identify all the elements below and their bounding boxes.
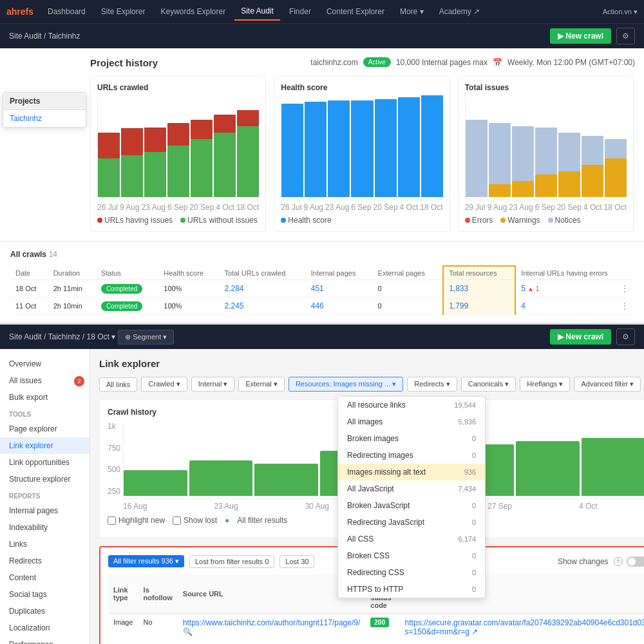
sidebar-item-bulk-export[interactable]: Bulk export <box>0 389 90 406</box>
filter-internal[interactable]: Internal ▾ <box>191 377 235 392</box>
sidebar-item-link-opportunities[interactable]: Link opportunities <box>0 454 90 471</box>
row-menu-icon[interactable]: ⋮ <box>621 284 629 293</box>
row2-date: 11 Oct <box>10 298 48 315</box>
sidebar-item-duplicates[interactable]: Duplicates <box>0 603 90 620</box>
all-issues-badge: 2 <box>74 376 84 386</box>
total-issues-chart: Total issues 29 Jul9 Aug23 Aug6 Sep20 Se… <box>458 76 634 232</box>
urls-crawled-bars <box>97 97 259 200</box>
sidebar-item-content[interactable]: Content <box>0 569 90 586</box>
dropdown-images-missing-alt[interactable]: Images missing alt text 936 <box>338 464 485 480</box>
sidebar-item-link-explorer[interactable]: Link explorer <box>0 437 90 454</box>
lost-30-tag[interactable]: Lost 30 <box>279 555 314 568</box>
row1-link-type: Image <box>108 614 138 644</box>
show-lost-label[interactable]: Show lost <box>173 516 217 525</box>
row1-health: 100% <box>158 280 219 298</box>
sidebar-item-all-issues[interactable]: All issues 2 <box>0 372 90 389</box>
dropdown-broken-javascript[interactable]: Broken JavaScript 0 <box>338 497 485 514</box>
row1-total-urls: 2,284 <box>220 280 306 298</box>
main-area: Overview All issues 2 Bulk export Tools … <box>0 349 644 644</box>
projects-panel: Projects Taichinhz <box>3 92 86 128</box>
dropdown-https-to-http[interactable]: HTTPS to HTTP 0 <box>338 581 485 598</box>
row-menu-icon[interactable]: ⋮ <box>621 301 629 310</box>
audit-path-2: Site Audit / Taichinhz / 18 Oct ▾ <box>9 332 115 341</box>
nav-site-explorer[interactable]: Site Explorer <box>95 3 152 20</box>
col-total-urls: Total URLs crawled <box>220 266 306 280</box>
resources-dropdown: All resource links 19,544 All images 5,9… <box>337 396 486 598</box>
highlight-new-label[interactable]: Highlight new <box>108 516 165 525</box>
info-icon: ? <box>614 557 623 566</box>
sidebar-item-page-explorer[interactable]: Page explorer <box>0 421 90 437</box>
table-row: 11 Oct 2h 10min Completed 100% 2,245 446… <box>10 298 634 315</box>
health-score-bars <box>281 97 442 200</box>
total-issues-title: Total issues <box>465 83 627 92</box>
nav-dashboard[interactable]: Dashboard <box>41 3 92 20</box>
nav-finder[interactable]: Finder <box>283 3 317 20</box>
sidebar-item-social-tags[interactable]: Social tags <box>0 586 90 603</box>
filter-resources[interactable]: Resources: Images missing ... ▾ <box>289 377 403 392</box>
col-duration: Duration <box>48 266 96 280</box>
table-row: Image No https://www.taichinhz.com/autho… <box>108 614 644 644</box>
settings-button[interactable]: ⚙ <box>616 28 635 44</box>
crawl-bar <box>124 470 187 496</box>
all-filter-results-label: All filter results <box>237 516 287 525</box>
account-menu[interactable]: Action.vn ▾ <box>603 8 638 16</box>
nav-more[interactable]: More ▾ <box>393 3 430 20</box>
sidebar: Overview All issues 2 Bulk export Tools … <box>0 349 90 644</box>
row1-duration: 2h 11min <box>48 280 96 298</box>
page-title: Link explorer <box>99 358 644 369</box>
filter-advanced[interactable]: Advanced filter ▾ <box>574 377 641 392</box>
row1-resources: 1,833 <box>443 280 515 298</box>
crawl-bar <box>189 460 253 496</box>
filter-redirects[interactable]: Redirects ▾ <box>407 377 457 392</box>
all-filter-results-tag[interactable]: All filter results 936 ▾ <box>108 555 184 567</box>
sidebar-item-overview[interactable]: Overview <box>0 355 90 372</box>
sidebar-item-internal-pages[interactable]: Internal pages <box>0 502 90 519</box>
sidebar-item-indexability[interactable]: Indexability <box>0 519 90 536</box>
lost-from-filter-tag[interactable]: Lost from filter results 0 <box>189 555 274 568</box>
row1-internal: 451 <box>306 280 373 298</box>
filter-all-links[interactable]: All links <box>99 377 137 392</box>
sidebar-item-redirects[interactable]: Redirects <box>0 553 90 569</box>
dropdown-redirecting-javascript[interactable]: Redirecting JavaScript 0 <box>338 514 485 531</box>
new-crawl-button[interactable]: ▶ New crawl <box>550 28 611 44</box>
breadcrumb-bar: Site Audit / Taichinhz ▶ New crawl ⚙ <box>0 23 644 48</box>
dropdown-broken-css[interactable]: Broken CSS 0 <box>338 547 485 564</box>
nav-keywords-explorer[interactable]: Keywords Explorer <box>154 3 232 20</box>
filter-external[interactable]: External ▾ <box>238 377 284 392</box>
settings-button-2[interactable]: ⚙ <box>616 328 635 345</box>
nav-academy[interactable]: Academy ↗ <box>433 3 486 20</box>
show-lost-checkbox[interactable] <box>173 516 181 525</box>
dropdown-all-images[interactable]: All images 5,936 <box>338 413 485 430</box>
dropdown-all-javascript[interactable]: All JavaScript 7,434 <box>338 480 485 497</box>
highlight-new-checkbox[interactable] <box>108 516 116 525</box>
filter-crawled[interactable]: Crawled ▾ <box>141 377 187 392</box>
project-status-badge: Active <box>363 57 391 67</box>
urls-crawled-labels: 26 Jul9 Aug23 Aug6 Sep20 Sep4 Oct18 Oct <box>97 203 259 212</box>
new-crawl-button-2[interactable]: ▶ New crawl <box>550 329 611 345</box>
total-issues-bars <box>465 97 627 200</box>
row1-errors: 5 ▲ 1 ⋮ <box>515 280 634 298</box>
project-item[interactable]: Taichinhz <box>3 110 86 127</box>
dropdown-all-css[interactable]: All CSS 6,174 <box>338 531 485 547</box>
filter-hreflangs[interactable]: Hreflangs ▾ <box>520 377 570 392</box>
dropdown-redirecting-images[interactable]: Redirecting images 0 <box>338 447 485 464</box>
dropdown-broken-images[interactable]: Broken images 0 <box>338 430 485 447</box>
sidebar-item-structure-explorer[interactable]: Structure explorer <box>0 471 90 488</box>
nav-site-audit[interactable]: Site Audit <box>234 3 280 21</box>
breadcrumb-actions: ▶ New crawl ⚙ <box>550 28 635 44</box>
segment-button[interactable]: ⊕ Segment ▾ <box>118 330 174 345</box>
dropdown-all-resource-links[interactable]: All resource links 19,544 <box>338 397 485 413</box>
sidebar-item-performance[interactable]: Performance <box>0 636 90 644</box>
row1-status: Completed <box>96 280 158 298</box>
dropdown-redirecting-css[interactable]: Redirecting CSS 0 <box>338 564 485 581</box>
filter-canonicals[interactable]: Canonicals ▾ <box>461 377 516 392</box>
crawl-bar <box>516 441 580 496</box>
nav-content-explorer[interactable]: Content Explorer <box>320 3 391 20</box>
sidebar-item-links[interactable]: Links <box>0 536 90 553</box>
table-row: 18 Oct 2h 11min Completed 100% 2,284 451… <box>10 280 634 298</box>
filter-bar[interactable]: All links Crawled ▾ Internal ▾ External … <box>99 377 644 392</box>
row1-nofollow: No <box>138 614 178 644</box>
show-changes-toggle[interactable] <box>627 556 644 567</box>
sidebar-item-localization[interactable]: Localization <box>0 620 90 636</box>
breadcrumb-path: Site Audit / Taichinhz <box>9 32 80 41</box>
